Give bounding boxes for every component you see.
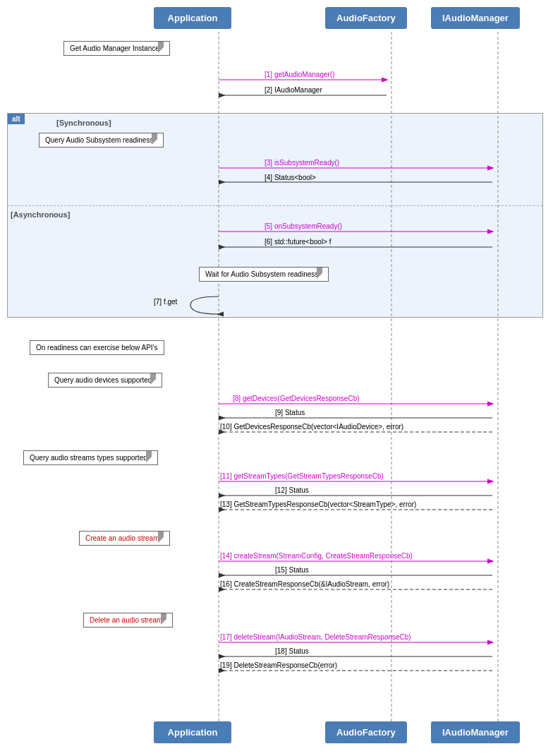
msg-4-label: [4] Status<bool> bbox=[265, 174, 316, 181]
msg-6-label: [6] std::future<bool> f bbox=[265, 238, 332, 246]
msg-18-label: [18] Status bbox=[275, 647, 309, 655]
msg-11-label: [11] getStreamTypes(GetStreamTypesRespon… bbox=[220, 472, 384, 480]
lifeline-manager-top: IAudioManager bbox=[431, 7, 520, 29]
msg-16-label: [16] CreateStreamResponseCb(&IAudioStrea… bbox=[220, 580, 389, 588]
note-on-readiness: On readiness can exercise below API's bbox=[30, 340, 164, 355]
msg-9-label: [9] Status bbox=[275, 409, 305, 416]
msg-3-label: [3] isSubsystemReady() bbox=[265, 159, 339, 167]
msg-19-label: [19] DeleteStreamResponseCb(error) bbox=[220, 661, 337, 669]
note-create-stream: Create an audio stream bbox=[79, 531, 170, 546]
note-query-streams: Query audio streams types supported bbox=[23, 450, 158, 465]
note-wait-ready: Wait for Audio Subsystem readiness bbox=[199, 267, 329, 282]
msg-13-label: [13] GetStreamTypesResponseCb(vector<Str… bbox=[220, 500, 416, 508]
msg-10-label: [10] GetDevicesResponseCb(vector<IAudioD… bbox=[220, 423, 403, 431]
fragment-alt-label: alt bbox=[8, 114, 25, 124]
lifeline-app-bottom: Application bbox=[154, 721, 231, 743]
lifeline-factory-top: AudioFactory bbox=[325, 7, 407, 29]
msg-12-label: [12] Status bbox=[275, 486, 309, 494]
msg-7-label: [7] f.get bbox=[154, 298, 177, 306]
msg-1-label: [1] getAudioManager() bbox=[265, 71, 335, 78]
msg-14-label: [14] createStream(StreamConfig, CreateSt… bbox=[220, 552, 413, 560]
fragment-divider bbox=[8, 205, 542, 206]
msg-2-label: [2] IAudioManager bbox=[265, 86, 322, 94]
note-query-devices: Query audio devices supported bbox=[48, 373, 162, 388]
msg-15-label: [15] Status bbox=[275, 566, 309, 574]
msg-5-label: [5] onSubsystemReady() bbox=[265, 222, 342, 230]
lifeline-app-top: Application bbox=[154, 7, 231, 29]
note-delete-stream: Delete an audio stream bbox=[83, 613, 173, 628]
msg-8-label: [8] getDevices(GetDevicesResponseCb) bbox=[233, 395, 360, 402]
msg-17-label: [17] deleteStream(IAudioStream, DeleteSt… bbox=[220, 633, 411, 641]
lifeline-factory-bottom: AudioFactory bbox=[325, 721, 407, 743]
lifeline-manager-bottom: IAudioManager bbox=[431, 721, 520, 743]
note-query-ready: Query Audio Subsystem readiness bbox=[39, 133, 164, 148]
diagram-container: Application AudioFactory IAudioManager a… bbox=[0, 0, 553, 14]
note-get-manager: Get Audio Manager Instance bbox=[63, 41, 170, 56]
